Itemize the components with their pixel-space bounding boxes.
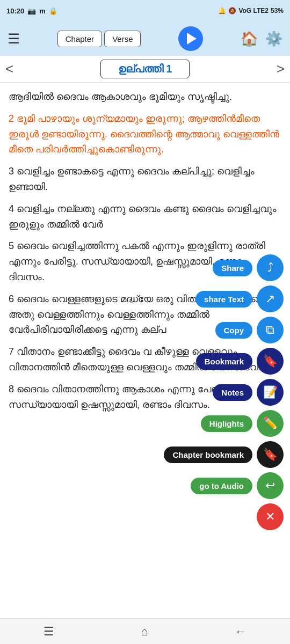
verse-4[interactable]: 4 വെളിച്ചം നല്ലതു എന്നു ദൈവം കണ്ടു ദൈവം … (9, 201, 281, 232)
copy-button[interactable]: ⧉ (257, 317, 284, 343)
share-row: Share ⤴ (164, 254, 284, 281)
bottom-back-icon[interactable]: ← (235, 625, 247, 639)
play-button[interactable] (178, 26, 203, 51)
highlights-label[interactable]: Higlights (201, 415, 252, 432)
verse-2-text: 2 ഭൂമി പാഴായും ശൂന്യമായും ഇരുന്നു; ആഴത്ത… (9, 113, 279, 155)
notes-row: Notes 📝 (164, 379, 284, 406)
go-to-audio-button[interactable]: ↩ (257, 472, 284, 499)
nav-icon-group: 🏠 ⚙️ (241, 31, 282, 47)
camera-icon: 📷 (27, 7, 36, 15)
bottom-menu-icon[interactable]: ☰ (44, 625, 54, 639)
message-icon: m (39, 7, 46, 15)
time-display: 10:20 (6, 7, 24, 15)
chapter-bookmark-label[interactable]: Chapter bookmark (164, 447, 252, 463)
close-button[interactable]: ✕ (257, 503, 284, 530)
prev-chapter-button[interactable]: < (5, 61, 13, 77)
verse-2[interactable]: 2 ഭൂമി പാഴായും ശൂന്യമായും ഇരുന്നു; ആഴത്ത… (9, 111, 281, 157)
share-icon: ⤴ (267, 261, 273, 275)
bookmark-row: Bookmark 🔖 (164, 348, 284, 375)
share-button[interactable]: ⤴ (257, 254, 284, 281)
highlights-row: Higlights ✏️ (164, 410, 284, 437)
copy-row: Copy ⧉ (164, 317, 284, 343)
mute-icon: 🔕 (228, 7, 236, 14)
copy-icon: ⧉ (266, 323, 274, 337)
bookmark-button[interactable]: 🔖 (257, 348, 284, 375)
chapter-bookmark-icon: 🔖 (263, 448, 278, 462)
chapter-bookmark-row: Chapter bookmark 🔖 (164, 441, 284, 468)
highlights-button[interactable]: ✏️ (257, 410, 284, 437)
battery-display: 53% (271, 7, 284, 14)
verse-1-text: ആദിയിൽ ദൈവം ആകാശവും ഭൂമിയും സൃഷ്ടിച്ചു. (9, 91, 232, 102)
share-text-button[interactable]: ↗ (257, 286, 284, 312)
settings-icon[interactable]: ⚙️ (265, 31, 282, 47)
top-nav: ☰ Chapter Verse 🏠 ⚙️ (0, 21, 290, 56)
lock-icon: 🔒 (49, 7, 57, 15)
popup-menu: Share ⤴ share Text ↗ Copy ⧉ Bookmark 🔖 (164, 254, 284, 530)
chapter-button[interactable]: Chapter (57, 31, 102, 47)
notes-button[interactable]: 📝 (257, 379, 284, 406)
bookmark-icon: 🔖 (263, 354, 278, 368)
content-area: ആദിയിൽ ദൈവം ആകാശവും ഭൂമിയും സൃഷ്ടിച്ചു. … (0, 83, 290, 427)
notes-label[interactable]: Notes (213, 384, 252, 401)
go-to-audio-icon: ↩ (265, 479, 275, 493)
nav-button-group: Chapter Verse (57, 31, 141, 47)
share-text-label[interactable]: share Text (195, 291, 252, 308)
share-text-icon: ↗ (265, 292, 275, 306)
alarm-icon: 🔔 (218, 7, 226, 14)
verse-button[interactable]: Verse (104, 31, 141, 47)
bookmark-label[interactable]: Bookmark (196, 353, 252, 370)
share-label[interactable]: Share (213, 260, 252, 276)
chapter-title: ഉല്പത്തി 1 (100, 60, 190, 78)
notes-icon: 📝 (263, 385, 278, 399)
close-row: ✕ (164, 503, 284, 530)
status-bar: 10:20 📷 m 🔒 🔔 🔕 VoG LTE2 53% (0, 0, 290, 21)
play-icon (187, 33, 197, 45)
hamburger-menu[interactable]: ☰ (8, 31, 20, 47)
go-to-audio-row: go to Audio ↩ (164, 472, 284, 499)
verse-4-text: 4 വെളിച്ചം നല്ലതു എന്നു ദൈവം കണ്ടു ദൈവം … (9, 203, 277, 230)
verse-3[interactable]: 3 വെളിച്ചം ഉണ്ടാകട്ടെ എന്നു ദൈവം കല്പിച്… (9, 164, 281, 195)
highlights-icon: ✏️ (263, 416, 278, 430)
chapter-bookmark-button[interactable]: 🔖 (257, 441, 284, 468)
share-text-row: share Text ↗ (164, 286, 284, 312)
bottom-nav: ☰ ⌂ ← (0, 618, 290, 644)
home-icon[interactable]: 🏠 (241, 31, 258, 47)
bottom-home-icon[interactable]: ⌂ (141, 625, 148, 639)
verse-3-text: 3 വെളിച്ചം ഉണ്ടാകട്ടെ എന്നു ദൈവം കല്പിച്… (9, 166, 255, 192)
close-icon: ✕ (265, 510, 275, 524)
signal-display: VoG LTE2 (238, 7, 269, 14)
copy-label[interactable]: Copy (215, 322, 253, 339)
chapter-nav: < ഉല്പത്തി 1 > (0, 56, 290, 83)
next-chapter-button[interactable]: > (277, 61, 285, 77)
go-to-audio-label[interactable]: go to Audio (191, 478, 252, 494)
verse-1[interactable]: ആദിയിൽ ദൈവം ആകാശവും ഭൂമിയും സൃഷ്ടിച്ചു. (9, 89, 281, 105)
